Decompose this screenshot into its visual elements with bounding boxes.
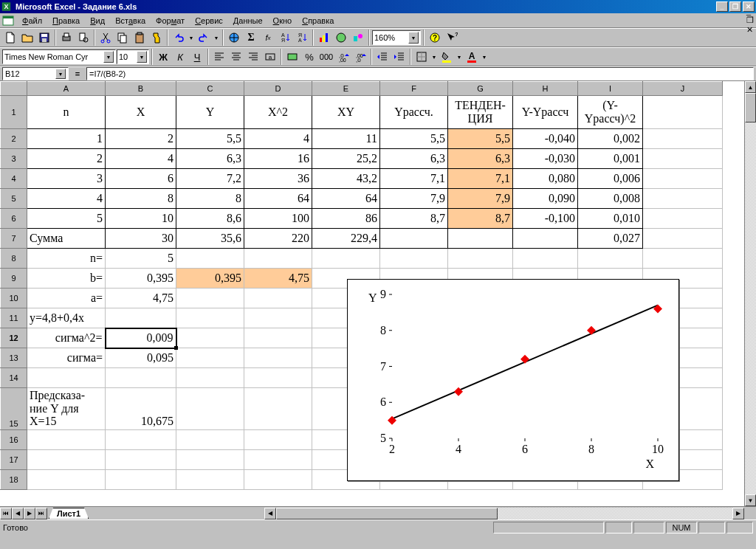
svg-rect-16 <box>137 32 142 35</box>
menu-edit[interactable]: Правка <box>48 15 84 27</box>
fontsize-combo[interactable]: 10▼ <box>117 49 149 64</box>
font-combo[interactable]: Times New Roman Cyr▼ <box>2 49 116 64</box>
mdi-restore-button[interactable]: ❐ <box>746 15 754 25</box>
save-button[interactable] <box>36 30 52 46</box>
align-center-button[interactable] <box>228 49 244 65</box>
currency-button[interactable] <box>284 49 300 65</box>
font-color-button[interactable]: A <box>464 49 480 65</box>
autosum-button[interactable]: Σ <box>243 30 259 46</box>
svg-text:Я: Я <box>281 38 285 43</box>
underline-button[interactable]: Ч <box>189 49 205 65</box>
scroll-right-button[interactable]: ▶ <box>732 508 744 519</box>
col-header-A[interactable]: A <box>27 82 106 96</box>
col-header-G[interactable]: G <box>448 82 513 96</box>
menu-insert[interactable]: Вставка <box>111 15 150 27</box>
status-sum <box>493 522 604 534</box>
sheet-tab[interactable]: Лист1 <box>49 508 89 519</box>
undo-button[interactable] <box>171 30 187 46</box>
decrease-decimal-button[interactable]: ,00,0 <box>352 49 368 65</box>
print-button[interactable] <box>58 30 75 46</box>
row-header-1[interactable]: 1 <box>1 96 27 129</box>
increase-indent-button[interactable] <box>391 49 408 65</box>
drawing-button[interactable] <box>350 30 366 46</box>
copy-button[interactable] <box>114 30 131 46</box>
col-header-F[interactable]: F <box>380 82 448 96</box>
col-header-D[interactable]: D <box>244 82 312 96</box>
scroll-left-button[interactable]: ◀ <box>264 508 276 519</box>
row-header-4[interactable]: 4 <box>1 169 27 189</box>
svg-text:,00: ,00 <box>339 58 346 63</box>
row-header-5[interactable]: 5 <box>1 189 27 209</box>
bold-button[interactable]: Ж <box>155 49 171 65</box>
merge-center-button[interactable]: a <box>262 49 278 65</box>
col-header-H[interactable]: H <box>513 82 578 96</box>
fill-color-button[interactable] <box>439 49 455 65</box>
horizontal-scrollbar[interactable]: ◀ ▶ <box>264 508 744 519</box>
vertical-scroll-thumb[interactable] <box>745 93 756 122</box>
menu-file[interactable]: Файл <box>18 15 47 27</box>
font-color-dropdown[interactable]: ▼ <box>481 49 488 65</box>
horizontal-scroll-thumb[interactable] <box>276 508 498 519</box>
comma-button[interactable]: 000 <box>318 49 334 65</box>
mdi-close-button[interactable]: ✕ <box>746 25 754 35</box>
tab-prev-button[interactable]: ◀ <box>12 508 24 519</box>
menu-window[interactable]: Окно <box>269 15 297 27</box>
fill-color-dropdown[interactable]: ▼ <box>456 49 463 65</box>
title-text: Microsoft Excel - Задание 6.xls <box>16 2 716 11</box>
scroll-up-button[interactable]: ▲ <box>745 81 756 93</box>
zoom-combo[interactable]: 160%▼ <box>372 30 421 45</box>
sort-asc-button[interactable]: AЯ <box>277 30 293 46</box>
menu-data[interactable]: Данные <box>229 15 267 27</box>
name-box[interactable]: B12▼ <box>2 67 69 80</box>
align-left-button[interactable] <box>211 49 227 65</box>
tab-first-button[interactable]: ⏮ <box>0 508 12 519</box>
col-header-I[interactable]: I <box>578 82 643 96</box>
col-header-B[interactable]: B <box>106 82 176 96</box>
open-button[interactable] <box>19 30 35 46</box>
row-header-7[interactable]: 7 <box>1 229 27 249</box>
col-header-C[interactable]: C <box>176 82 244 96</box>
sort-desc-button[interactable]: ЯA <box>294 30 310 46</box>
row-header-3[interactable]: 3 <box>1 149 27 169</box>
col-header-J[interactable]: J <box>643 82 723 96</box>
percent-button[interactable]: % <box>301 49 317 65</box>
borders-button[interactable] <box>413 49 430 65</box>
tab-next-button[interactable]: ▶ <box>24 508 35 519</box>
scroll-down-button[interactable]: ▼ <box>745 494 756 506</box>
menu-tools[interactable]: Сервис <box>190 15 227 27</box>
menu-view[interactable]: Вид <box>86 15 109 27</box>
italic-button[interactable]: К <box>172 49 188 65</box>
map-button[interactable] <box>333 30 349 46</box>
vertical-scrollbar[interactable]: ▲ ▼ <box>744 81 756 506</box>
format-painter-button[interactable] <box>148 30 165 46</box>
undo-dropdown[interactable]: ▼ <box>188 30 195 46</box>
chart-wizard-button[interactable] <box>316 30 332 46</box>
paste-button[interactable] <box>131 30 148 46</box>
tab-last-button[interactable]: ⏭ <box>35 508 47 519</box>
redo-dropdown[interactable]: ▼ <box>213 30 220 46</box>
svg-rect-6 <box>42 38 47 42</box>
new-button[interactable] <box>2 30 18 46</box>
borders-dropdown[interactable]: ▼ <box>430 49 438 65</box>
align-right-button[interactable] <box>245 49 261 65</box>
menu-help[interactable]: Справка <box>298 15 338 27</box>
print-preview-button[interactable] <box>75 30 92 46</box>
col-header-E[interactable]: E <box>312 82 380 96</box>
hyperlink-button[interactable] <box>226 30 242 46</box>
increase-decimal-button[interactable]: ,0,00 <box>335 49 351 65</box>
menu-format[interactable]: Формат <box>151 15 189 27</box>
maximize-button[interactable]: ❐ <box>729 1 741 12</box>
embedded-chart[interactable]: 56789246810YX <box>347 279 679 481</box>
function-button[interactable]: fx <box>260 30 276 46</box>
decrease-indent-button[interactable] <box>374 49 391 65</box>
whatsthis-button[interactable]: ? <box>444 30 460 46</box>
svg-text:8: 8 <box>380 324 386 336</box>
row-header-2[interactable]: 2 <box>1 129 27 149</box>
cut-button[interactable] <box>97 30 114 46</box>
redo-button[interactable] <box>196 30 212 46</box>
minimize-button[interactable]: _ <box>716 1 728 12</box>
help-button[interactable]: ? <box>427 30 443 46</box>
mdi-minimize-button[interactable]: _ <box>746 7 754 15</box>
row-header-6[interactable]: 6 <box>1 209 27 229</box>
formula-input[interactable]: =I7/(B8-2) <box>86 67 754 80</box>
